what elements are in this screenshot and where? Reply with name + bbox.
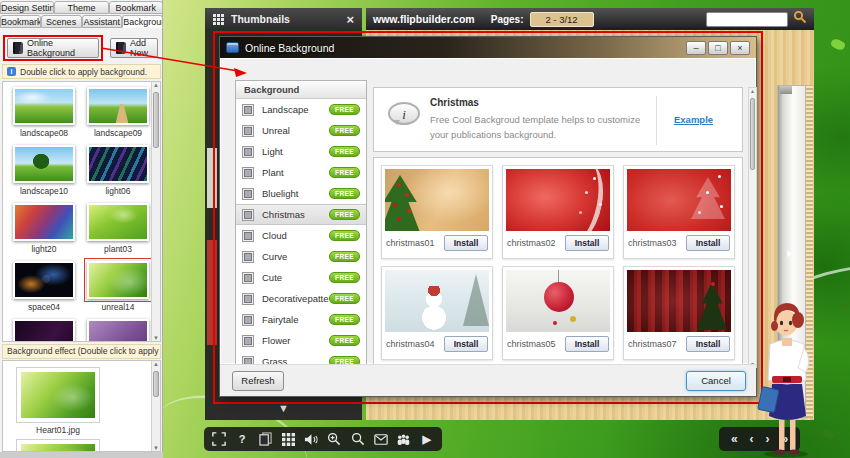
refresh-button[interactable]: Refresh <box>232 371 284 391</box>
free-badge: FREE <box>329 272 360 283</box>
category-item-fairytale[interactable]: FairytaleFREE <box>236 309 366 330</box>
close-icon[interactable]: × <box>346 12 354 27</box>
background-thumbnail[interactable] <box>83 319 153 342</box>
page-flip-arrow-icon[interactable]: ▶ <box>787 248 794 258</box>
category-item-light[interactable]: LightFREE <box>236 141 366 162</box>
thumbnail-image[interactable] <box>13 261 75 299</box>
background-thumbnail[interactable]: landscape08 <box>9 87 79 138</box>
category-item-decorativepattern[interactable]: DecorativepatternFREE <box>236 288 366 309</box>
category-item-flower[interactable]: FlowerFREE <box>236 330 366 351</box>
thumbnail-image[interactable] <box>87 261 149 299</box>
template-preview[interactable] <box>385 270 489 332</box>
viewer-toolbar: ? ▶ <box>204 427 442 451</box>
template-preview[interactable] <box>627 270 731 332</box>
search-icon[interactable] <box>350 431 366 447</box>
template-preview[interactable] <box>506 270 610 332</box>
hint-strip: i Double click to apply background. <box>2 64 161 79</box>
category-item-bluelight[interactable]: BluelightFREE <box>236 183 366 204</box>
free-badge: FREE <box>329 146 360 157</box>
thumbnail-image[interactable] <box>13 87 75 125</box>
background-thumbnail[interactable]: plant03 <box>83 203 153 254</box>
app-window: ▶ Thumbnails × ▼ www.flipbuilder.com Pag… <box>0 0 850 458</box>
free-badge: FREE <box>329 335 360 346</box>
maximize-button[interactable]: □ <box>708 41 728 55</box>
dialog-footer: Refresh Cancel <box>220 364 756 396</box>
email-icon[interactable] <box>373 431 389 447</box>
thumbnail-image[interactable] <box>13 203 75 241</box>
install-button[interactable]: Install <box>686 235 730 251</box>
image-icon <box>242 146 254 158</box>
category-item-landscape[interactable]: LandscapeFREE <box>236 99 366 120</box>
example-link[interactable]: Example <box>674 114 713 125</box>
grid-icon <box>213 14 224 25</box>
free-badge: FREE <box>329 293 360 304</box>
effect-thumbnail[interactable] <box>16 367 100 423</box>
template-card: christmas07Install <box>623 266 735 360</box>
background-thumbnail[interactable]: space04 <box>9 261 79 312</box>
tab-bookmark[interactable]: Bookmark <box>109 1 163 14</box>
help-icon[interactable]: ? <box>234 431 250 447</box>
first-page-button[interactable]: « <box>731 428 738 450</box>
add-new-button[interactable]: Add New <box>110 38 158 58</box>
background-thumbnail[interactable]: landscape10 <box>9 145 79 196</box>
thumbnail-image[interactable] <box>87 145 149 183</box>
background-thumbnail[interactable]: light20 <box>9 203 79 254</box>
category-item-christmas-selected[interactable]: ChristmasFREE <box>236 204 366 225</box>
category-item-cloud[interactable]: CloudFREE <box>236 225 366 246</box>
background-thumbnail[interactable]: landscape09 <box>83 87 153 138</box>
search-input[interactable] <box>706 12 788 27</box>
category-item-unreal[interactable]: UnrealFREE <box>236 120 366 141</box>
assistant-character <box>746 296 830 458</box>
template-preview[interactable] <box>627 169 731 231</box>
template-preview[interactable] <box>506 169 610 231</box>
category-item-cute[interactable]: CuteFREE <box>236 267 366 288</box>
category-item-curve[interactable]: CurveFREE <box>236 246 366 267</box>
background-thumbnail[interactable]: light06 <box>83 145 153 196</box>
tab-assistant[interactable]: Assistant <box>82 15 123 28</box>
thumbnail-image[interactable] <box>87 203 149 241</box>
thumbnail-image[interactable] <box>13 145 75 183</box>
zoom-in-icon[interactable] <box>326 431 342 447</box>
cancel-button[interactable]: Cancel <box>686 371 746 391</box>
minimize-button[interactable]: – <box>686 41 706 55</box>
install-button[interactable]: Install <box>444 336 488 352</box>
tab-theme[interactable]: Theme <box>54 1 108 14</box>
fit-screen-icon[interactable] <box>211 431 227 447</box>
page-number-input[interactable] <box>530 12 594 27</box>
thumbnails-icon[interactable] <box>280 431 296 447</box>
free-badge: FREE <box>329 125 360 136</box>
effect-list-scrollbar[interactable]: ▲▼ <box>151 361 160 451</box>
install-button[interactable]: Install <box>444 235 488 251</box>
template-preview[interactable] <box>385 169 489 231</box>
dialog-titlebar[interactable]: Online Background – □ × <box>220 37 756 58</box>
book-icon <box>13 42 23 54</box>
background-thumbnail[interactable] <box>9 319 79 342</box>
image-icon <box>242 209 254 221</box>
sound-icon[interactable] <box>303 431 319 447</box>
thumbnail-image[interactable] <box>13 319 75 342</box>
share-icon[interactable] <box>396 431 412 447</box>
thumbnail-image[interactable] <box>21 444 95 452</box>
install-button[interactable]: Install <box>686 336 730 352</box>
online-background-button[interactable]: Online Background <box>7 38 99 58</box>
tab-scenes[interactable]: Scenes <box>41 15 82 28</box>
tab-background[interactable]: Background <box>122 15 163 28</box>
page-clip <box>780 86 792 94</box>
tab-bookmark-tabs[interactable]: Bookmark Tabs <box>0 15 41 28</box>
template-card: christmas02Install <box>502 165 614 259</box>
thumbnail-image[interactable] <box>87 319 149 342</box>
install-button[interactable]: Install <box>565 235 609 251</box>
tab-design-setting[interactable]: Design Setting <box>0 1 54 14</box>
install-button[interactable]: Install <box>565 336 609 352</box>
thumbnail-image[interactable] <box>87 87 149 125</box>
close-button[interactable]: × <box>730 41 750 55</box>
background-thumbnail-selected[interactable]: unreal14 <box>83 261 153 312</box>
autoplay-icon[interactable]: ▶ <box>419 431 435 447</box>
background-list-scrollbar[interactable]: ▲▼ <box>151 82 160 341</box>
print-pages-icon[interactable] <box>257 431 273 447</box>
thumbnail-image[interactable] <box>21 372 95 418</box>
search-icon[interactable] <box>793 10 807 28</box>
category-item-plant[interactable]: PlantFREE <box>236 162 366 183</box>
effect-header: Background effect (Double click to apply… <box>2 344 161 359</box>
effect-thumbnail[interactable] <box>16 439 100 452</box>
